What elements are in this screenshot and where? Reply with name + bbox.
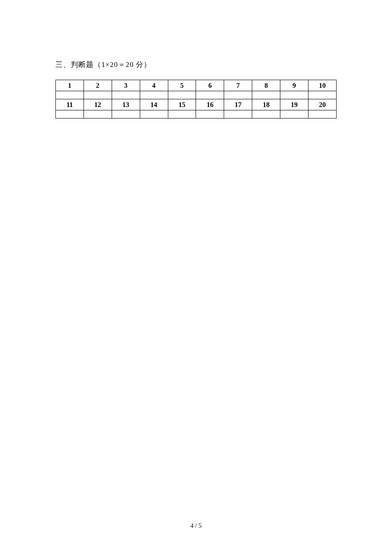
col-header: 13 (112, 99, 140, 110)
col-header: 2 (84, 80, 112, 91)
answer-cell (84, 91, 112, 99)
answer-grid: 1 2 3 4 5 6 7 8 9 10 11 12 13 14 (55, 80, 337, 119)
answer-cell (196, 91, 224, 99)
answer-cell (56, 110, 84, 119)
answer-cell (224, 110, 252, 119)
col-header: 16 (196, 99, 224, 110)
answer-cell (308, 110, 337, 119)
col-header: 14 (140, 99, 168, 110)
answer-cell (140, 110, 168, 119)
col-header: 17 (224, 99, 252, 110)
answer-cell (196, 110, 224, 119)
col-header: 6 (196, 80, 224, 91)
col-header: 7 (224, 80, 252, 91)
col-header: 11 (56, 99, 84, 110)
answer-cell (308, 91, 337, 99)
answer-cell (84, 110, 112, 119)
answer-cell (140, 91, 168, 99)
col-header: 10 (308, 80, 337, 91)
col-header: 19 (280, 99, 308, 110)
answer-cell (168, 91, 196, 99)
col-header: 15 (168, 99, 196, 110)
col-header: 1 (56, 80, 84, 91)
answer-cell (168, 110, 196, 119)
col-header: 5 (168, 80, 196, 91)
answer-cell (112, 91, 140, 99)
section-title: 三、判断题（1×20＝20 分） (55, 60, 337, 69)
table-row (56, 110, 337, 119)
table-row (56, 91, 337, 99)
answer-cell (112, 110, 140, 119)
answer-cell (224, 91, 252, 99)
col-header: 3 (112, 80, 140, 91)
col-header: 9 (280, 80, 308, 91)
table-row: 11 12 13 14 15 16 17 18 19 20 (56, 99, 337, 110)
col-header: 18 (252, 99, 280, 110)
col-header: 4 (140, 80, 168, 91)
col-header: 12 (84, 99, 112, 110)
page-number: 4 / 5 (0, 522, 392, 529)
answer-cell (280, 91, 308, 99)
answer-cell (56, 91, 84, 99)
table-row: 1 2 3 4 5 6 7 8 9 10 (56, 80, 337, 91)
page-content: 三、判断题（1×20＝20 分） 1 2 3 4 5 6 7 8 9 10 (0, 0, 392, 119)
answer-cell (280, 110, 308, 119)
answer-cell (252, 91, 280, 99)
col-header: 8 (252, 80, 280, 91)
col-header: 20 (308, 99, 337, 110)
answer-cell (252, 110, 280, 119)
